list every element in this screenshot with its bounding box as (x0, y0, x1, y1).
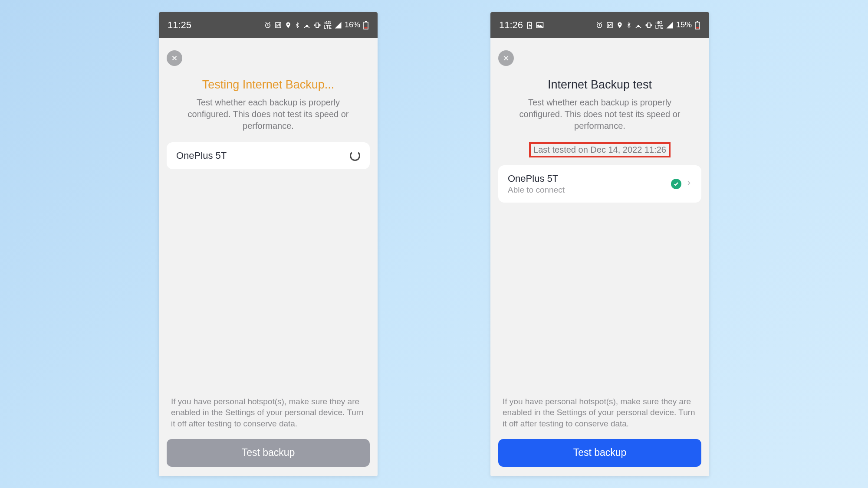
chevron-right-icon (686, 179, 692, 189)
backup-name: OnePlus 5T (176, 150, 227, 161)
phone-left: 11:25 :4GLTE 16% Testing Internet Backup… (159, 12, 378, 476)
svg-rect-7 (365, 27, 368, 29)
signal-icon (334, 21, 342, 29)
svg-rect-18 (696, 27, 699, 29)
location-icon (285, 21, 292, 29)
page-subtitle: Test whether each backup is properly con… (498, 97, 701, 132)
bluetooth-icon (294, 21, 300, 29)
loading-spinner-icon (350, 151, 360, 161)
nfc-icon (274, 21, 282, 29)
battery-percent: 16% (345, 20, 360, 29)
vibrate-icon (645, 21, 653, 29)
vibrate-icon (313, 21, 321, 29)
success-check-icon (671, 179, 681, 189)
close-icon (502, 54, 510, 62)
battery-icon (694, 21, 700, 29)
footer-note: If you have personal hotspot(s), make su… (167, 396, 370, 429)
status-icons: :4GLTE 15% (595, 20, 700, 29)
battery-percent: 15% (676, 20, 692, 29)
hotspot-icon (635, 21, 642, 29)
signal-icon (666, 21, 674, 29)
image-icon (536, 22, 544, 29)
close-button[interactable] (167, 50, 182, 66)
hotspot-icon (303, 21, 311, 29)
test-backup-button[interactable]: Test backup (498, 439, 701, 467)
test-backup-label: Test backup (242, 447, 295, 459)
alarm-icon (595, 21, 603, 29)
status-time: 11:26 (499, 20, 523, 31)
svg-rect-9 (529, 21, 530, 22)
svg-rect-17 (697, 21, 698, 22)
close-icon (171, 54, 178, 62)
test-backup-label: Test backup (573, 447, 627, 459)
nfc-icon (606, 21, 614, 29)
status-bar: 11:26 :4GLTE 15% (490, 12, 709, 38)
alarm-icon (264, 21, 272, 29)
backup-card[interactable]: OnePlus 5T (167, 142, 370, 169)
page-title: Testing Internet Backup... (167, 78, 370, 92)
page-title: Internet Backup test (498, 78, 701, 92)
svg-point-2 (287, 23, 289, 25)
status-time: 11:25 (168, 20, 191, 31)
status-bar: 11:25 :4GLTE 16% (159, 12, 378, 38)
location-icon (616, 21, 623, 29)
svg-rect-15 (648, 23, 650, 27)
backup-status: Able to connect (508, 185, 565, 195)
page-subtitle: Test whether each backup is properly con… (167, 97, 370, 132)
close-button[interactable] (498, 50, 514, 66)
lte-icon: :4GLTE (655, 21, 663, 29)
backup-name: OnePlus 5T (508, 173, 565, 184)
bluetooth-icon (626, 21, 632, 29)
battery-icon (363, 21, 369, 29)
test-backup-button[interactable]: Test backup (167, 439, 370, 467)
svg-rect-6 (365, 21, 367, 22)
last-tested-label: Last tested on Dec 14, 2022 11:26 (529, 142, 671, 157)
lte-icon: :4GLTE (324, 21, 332, 29)
phone-right: 11:26 :4GLTE 15% Internet Backup test Te… (490, 12, 709, 476)
status-icons: :4GLTE 16% (264, 20, 369, 29)
svg-rect-4 (316, 23, 319, 27)
charging-icon (526, 21, 533, 29)
svg-point-13 (619, 23, 620, 25)
backup-card[interactable]: OnePlus 5T Able to connect (498, 165, 701, 203)
footer-note: If you have personal hotspot(s), make su… (498, 396, 701, 429)
